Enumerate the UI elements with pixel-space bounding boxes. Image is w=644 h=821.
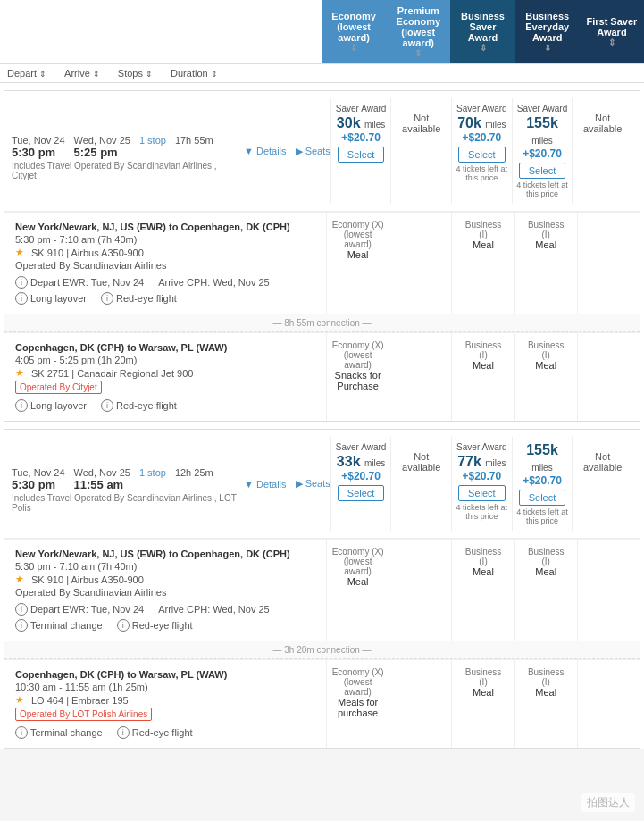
seg-amenity-premium-1-2 bbox=[389, 333, 451, 421]
seg-amenity-biz-saver-1-2: Business (I) Meal bbox=[451, 333, 514, 421]
not-available-first-saver-2: Not available bbox=[576, 442, 629, 482]
info-icon-4: i bbox=[15, 399, 28, 412]
award-miles-biz-saver-2: 77k miles bbox=[456, 454, 508, 470]
select-btn-economy-2[interactable]: Select bbox=[338, 485, 385, 501]
seg-flight-info-1-2: ★ SK 2751 | Canadair Regional Jet 900 bbox=[15, 367, 315, 379]
seats-btn-2[interactable]: ▶ Seats bbox=[296, 478, 330, 490]
info-icon-5: i bbox=[101, 399, 113, 412]
seg-note-terminal-2: i Terminal change bbox=[15, 726, 103, 739]
sort-arrive[interactable]: Arrive ⇕ bbox=[64, 68, 100, 79]
seg-amenity-biz-saver-1-1: Business (I) Meal bbox=[451, 213, 514, 314]
award-cols-1: Saver Award 30k miles +$20.70 Select Not… bbox=[330, 98, 632, 204]
seg-route-1-1: New York/Newark, NJ, US (EWR) to Copenha… bbox=[15, 222, 315, 232]
tickets-left-biz-saver-1: 4 tickets left at this price bbox=[456, 164, 508, 182]
arrive-date-1: Wed, Nov 25 bbox=[74, 135, 130, 146]
stops-2: 1 stop bbox=[139, 467, 166, 478]
seg-note-redeye-4: i Red-eye flight bbox=[117, 726, 193, 739]
seg-right-1-2: Economy (X) (lowest award) Snacks for Pu… bbox=[326, 333, 640, 421]
seg-notes-2-1: i Long layover i Red-eye flight bbox=[15, 292, 315, 305]
select-btn-biz-saver-2[interactable]: Select bbox=[458, 485, 506, 501]
operated-2: Includes Travel Operated By Scandinavian… bbox=[12, 493, 244, 513]
seg-amenity-premium-2-2 bbox=[389, 660, 451, 748]
col-header-economy[interactable]: Economy(lowestaward) ⇕ bbox=[322, 0, 386, 63]
select-btn-biz-everyday-2[interactable]: Select bbox=[519, 490, 566, 506]
seg-note-depart: i Depart EWR: Tue, Nov 24 bbox=[15, 276, 144, 289]
star-icon-4: ★ bbox=[15, 694, 24, 706]
seg-note-redeye: i Red-eye flight bbox=[101, 292, 177, 305]
info-icon-9: i bbox=[15, 726, 28, 739]
header-left bbox=[0, 0, 322, 63]
depart-time-1: 5:30 pm bbox=[12, 146, 65, 159]
main-container: Economy(lowestaward) ⇕ PremiumEconomy(lo… bbox=[0, 0, 644, 749]
not-available-premium-1: Not available bbox=[395, 104, 447, 143]
seats-btn-1[interactable]: ▶ Seats bbox=[296, 146, 330, 157]
seg-notes-1-1: i Depart EWR: Tue, Nov 24 Arrive CPH: We… bbox=[15, 276, 315, 289]
seg-note-layover: i Long layover bbox=[15, 292, 87, 305]
seg-amenity-premium-2-1 bbox=[389, 540, 451, 641]
seg-amenity-biz-everyday-2-2: Business (I) Meal bbox=[514, 660, 577, 748]
details-btn-1[interactable]: ▼ Details bbox=[244, 146, 287, 156]
seg-amenity-biz-everyday-1-2: Business (I) Meal bbox=[514, 333, 577, 421]
details-btn-2[interactable]: ▼ Details bbox=[244, 479, 287, 490]
star-icon-3: ★ bbox=[15, 574, 24, 585]
award-cell-biz-saver-1: Saver Award 70k miles +$20.70 Select 4 t… bbox=[451, 98, 512, 204]
award-cell-economy-1: Saver Award 30k miles +$20.70 Select bbox=[330, 98, 391, 204]
seg-amenity-economy-2-1: Economy (X) (lowest award) Meal bbox=[326, 540, 389, 641]
col-header-premium[interactable]: PremiumEconomy(lowestaward) ⇕ bbox=[386, 0, 450, 63]
col-header-biz-saver[interactable]: BusinessSaver Award ⇕ bbox=[450, 0, 514, 63]
flight-summary-row-1: Tue, Nov 24 5:30 pm Wed, Nov 25 5:25 pm … bbox=[4, 91, 640, 212]
award-cell-biz-everyday-2: 155k miles +$20.70 Select 4 tickets left… bbox=[512, 437, 573, 531]
seg-note-terminal: i Terminal change bbox=[15, 619, 103, 632]
select-btn-biz-saver-1[interactable]: Select bbox=[458, 147, 506, 163]
flight-block-2: Tue, Nov 24 5:30 pm Wed, Nov 25 11:55 am… bbox=[4, 429, 640, 749]
sort-arrow-premium[interactable]: ⇕ bbox=[414, 48, 422, 58]
sort-depart[interactable]: Depart ⇕ bbox=[7, 68, 46, 79]
seg-operated-label-1-2: Operated By Cityjet bbox=[15, 381, 315, 394]
segment-row-1-1: New York/Newark, NJ, US (EWR) to Copenha… bbox=[4, 212, 640, 314]
award-cell-biz-everyday-1: Saver Award 155k miles +$20.70 Select 4 … bbox=[512, 98, 573, 204]
award-cell-biz-saver-2: Saver Award 77k miles +$20.70 Select 4 t… bbox=[451, 437, 512, 531]
connection-bar-1: — 8h 55m connection — bbox=[4, 314, 640, 332]
award-cash-biz-saver-1: +$20.70 bbox=[456, 131, 508, 144]
flight-actions-2: ▼ Details ▶ Seats bbox=[244, 478, 330, 490]
seg-time-1-2: 4:05 pm - 5:25 pm (1h 20m) bbox=[15, 355, 315, 365]
seg-notes-2-1: i Depart EWR: Tue, Nov 24 Arrive CPH: We… bbox=[15, 603, 315, 616]
award-cash-economy-1: +$20.70 bbox=[335, 131, 388, 144]
award-cell-economy-2: Saver Award 33k miles +$20.70 Select bbox=[330, 437, 391, 531]
tickets-left-biz-everyday-2: 4 tickets left at this price bbox=[516, 507, 569, 525]
info-icon: i bbox=[15, 276, 28, 289]
seg-route-2-1: New York/Newark, NJ, US (EWR) to Copenha… bbox=[15, 549, 315, 559]
seg-right-2-2: Economy (X) (lowest award) Meals for pur… bbox=[326, 660, 640, 748]
flight-info-left-1: Tue, Nov 24 5:30 pm Wed, Nov 25 5:25 pm … bbox=[12, 122, 244, 180]
seg-amenity-first-1-2 bbox=[577, 333, 640, 421]
sort-duration[interactable]: Duration ⇕ bbox=[171, 68, 218, 79]
award-miles-economy-2: 33k miles bbox=[335, 454, 388, 470]
seg-amenity-biz-everyday-2-1: Business (I) Meal bbox=[514, 540, 577, 641]
arrive-time-1: 5:25 pm bbox=[74, 146, 130, 159]
award-label-biz-everyday-1: Saver Award bbox=[516, 104, 569, 113]
sort-stops[interactable]: Stops ⇕ bbox=[118, 68, 153, 79]
col-header-first-saver[interactable]: First SaverAward ⇕ bbox=[580, 0, 644, 63]
sort-arrow-economy[interactable]: ⇕ bbox=[350, 43, 357, 53]
star-icon-2: ★ bbox=[15, 367, 24, 379]
seg-left-1-2: Copenhagen, DK (CPH) to Warsaw, PL (WAW)… bbox=[4, 333, 326, 421]
sort-arrow-biz-everyday[interactable]: ⇕ bbox=[544, 43, 551, 53]
sort-arrow-first-saver[interactable]: ⇕ bbox=[608, 38, 615, 47]
flight-block-1: Tue, Nov 24 5:30 pm Wed, Nov 25 5:25 pm … bbox=[4, 90, 640, 422]
seg-amenity-biz-saver-2-1: Business (I) Meal bbox=[451, 540, 514, 641]
col-header-biz-everyday[interactable]: BusinessEverydayAward ⇕ bbox=[515, 0, 580, 63]
award-cell-premium-2: Not available bbox=[390, 437, 451, 531]
award-miles-biz-everyday-2: 155k miles bbox=[516, 442, 569, 474]
seg-notes-extra-2-1: i Terminal change i Red-eye flight bbox=[15, 619, 315, 632]
sort-arrow-biz-saver[interactable]: ⇕ bbox=[480, 43, 487, 53]
award-cell-first-saver-2: Not available bbox=[572, 437, 632, 531]
award-label-biz-saver-1: Saver Award bbox=[456, 104, 508, 113]
award-label-biz-saver-2: Saver Award bbox=[456, 442, 508, 452]
tickets-left-biz-saver-2: 4 tickets left at this price bbox=[456, 503, 508, 521]
depart-date-1: Tue, Nov 24 bbox=[12, 135, 65, 146]
arrive-time-2: 11:55 am bbox=[74, 478, 130, 491]
select-btn-economy-1[interactable]: Select bbox=[338, 147, 385, 163]
seg-time-2-1: 5:30 pm - 7:10 am (7h 40m) bbox=[15, 561, 315, 572]
select-btn-biz-everyday-1[interactable]: Select bbox=[519, 163, 566, 179]
depart-date-2: Tue, Nov 24 bbox=[12, 467, 65, 478]
